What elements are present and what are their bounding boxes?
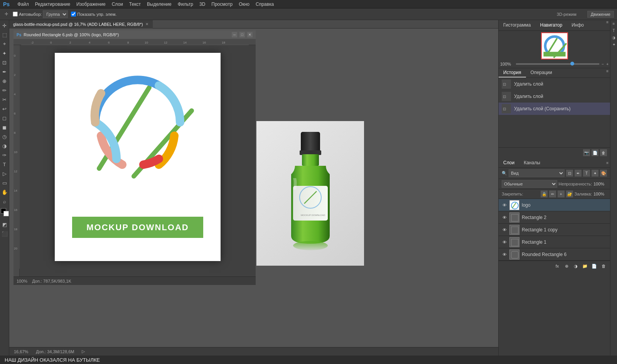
history-brush-tool[interactable]: ↩ bbox=[1, 105, 8, 113]
lock-position-btn[interactable]: + bbox=[558, 190, 565, 197]
history-menu-icon[interactable]: ≡ bbox=[606, 69, 609, 73]
layer-filter-btn-3[interactable]: T bbox=[583, 170, 590, 177]
layer-eye-rect1[interactable]: 👁 bbox=[502, 239, 507, 245]
mask-button[interactable]: ⊕ bbox=[563, 263, 570, 270]
path-select-tool[interactable]: ▷ bbox=[1, 170, 8, 177]
menu-file[interactable]: Файл bbox=[17, 2, 29, 7]
layer-eye-rect2[interactable]: 👁 bbox=[502, 215, 507, 220]
history-tab[interactable]: История bbox=[499, 68, 526, 78]
gradient-tool[interactable]: ◼ bbox=[1, 123, 8, 131]
background-color[interactable] bbox=[3, 211, 9, 216]
move-tool[interactable]: ✛ bbox=[1, 22, 8, 29]
history-new-doc-btn[interactable]: 📄 bbox=[592, 149, 598, 156]
svg-text:14: 14 bbox=[183, 41, 187, 44]
main-doc-close[interactable]: ✕ bbox=[145, 22, 148, 26]
layer-eye-rect1copy[interactable]: 👁 bbox=[502, 227, 507, 233]
text-tool[interactable]: T bbox=[1, 160, 8, 168]
layers-list: 👁 logo 👁 bbox=[499, 199, 610, 261]
menu-filter[interactable]: Фильтр bbox=[178, 2, 193, 7]
menu-3d[interactable]: 3D bbox=[199, 2, 205, 7]
auto-select-dropdown[interactable]: Группа bbox=[43, 10, 68, 18]
zoom-tool[interactable]: ⌕ bbox=[1, 197, 8, 205]
navigator-zoom-row: 100% − + bbox=[500, 62, 609, 66]
bottle-preview-area: MOCKUP DOWNLOAD bbox=[256, 121, 364, 266]
history-delete-btn[interactable]: 🗑 bbox=[600, 149, 607, 156]
eyedropper-tool[interactable]: ✒ bbox=[1, 68, 8, 76]
panel-icon-4[interactable]: ✦ bbox=[611, 42, 617, 48]
layer-filter-btn-1[interactable]: ⊡ bbox=[566, 170, 573, 177]
mockup-download-button[interactable]: MOCKUP DOWNLOAD bbox=[72, 217, 203, 238]
sub-win-minimize[interactable]: ─ bbox=[232, 32, 237, 37]
new-layer-button[interactable]: 📄 bbox=[591, 263, 598, 270]
blur-tool[interactable]: ◷ bbox=[1, 133, 8, 140]
zoom-slider-thumb[interactable] bbox=[570, 62, 574, 66]
menu-window[interactable]: Окно bbox=[239, 2, 249, 7]
zoom-slider[interactable] bbox=[516, 63, 599, 65]
main-doc-tab[interactable]: glass-bottle-mockup-psd.psd @ 16,7% (ADD… bbox=[9, 20, 153, 29]
history-thumb-0: ⊡ bbox=[502, 79, 511, 89]
clone-stamp-tool[interactable]: ✂ bbox=[1, 96, 8, 103]
delete-layer-button[interactable]: 🗑 bbox=[600, 263, 607, 270]
layer-eye-rounded6[interactable]: 👁 bbox=[502, 252, 507, 257]
svg-text:20: 20 bbox=[14, 247, 17, 250]
menu-help[interactable]: Справка bbox=[256, 2, 274, 7]
layers-menu-icon[interactable]: ≡ bbox=[606, 161, 609, 165]
crop-tool[interactable]: ⊡ bbox=[1, 59, 8, 66]
menu-image[interactable]: Изображение bbox=[76, 2, 106, 7]
dodge-tool[interactable]: ◑ bbox=[1, 142, 8, 150]
show-controls-checkbox[interactable] bbox=[71, 12, 76, 17]
pen-tool[interactable]: ✑ bbox=[1, 151, 8, 159]
layer-eye-logo[interactable]: 👁 bbox=[502, 202, 507, 208]
info-tab[interactable]: Инфо bbox=[567, 20, 588, 31]
channels-tab[interactable]: Каналы bbox=[519, 158, 545, 168]
layer-item-rect1[interactable]: 👁 Rectangle 1 bbox=[499, 236, 610, 248]
group-button[interactable]: 📁 bbox=[582, 263, 588, 270]
svg-text:14: 14 bbox=[14, 189, 17, 192]
panel-icon-2[interactable]: T bbox=[611, 29, 617, 34]
lock-transparent-btn[interactable]: 🔒 bbox=[541, 190, 548, 197]
menu-edit[interactable]: Редактирование bbox=[35, 2, 70, 7]
layer-filter-select[interactable]: Вид bbox=[509, 169, 565, 177]
blend-mode-select[interactable]: Обычные bbox=[502, 180, 557, 188]
magic-wand-tool[interactable]: ✦ bbox=[1, 49, 8, 57]
layer-filter-btn-4[interactable]: ✦ bbox=[592, 170, 598, 177]
layer-item-logo[interactable]: 👁 logo bbox=[499, 199, 610, 211]
auto-select-checkbox[interactable] bbox=[13, 12, 18, 17]
brush-tool[interactable]: ✏ bbox=[1, 86, 8, 94]
history-snapshot-btn[interactable]: 📷 bbox=[583, 149, 590, 156]
healing-tool[interactable]: ⊕ bbox=[1, 77, 8, 85]
shape-tool[interactable]: ▭ bbox=[1, 179, 8, 187]
sub-win-maximize[interactable]: □ bbox=[239, 32, 245, 37]
menu-select[interactable]: Выделение bbox=[147, 2, 172, 7]
eraser-tool[interactable]: ◻ bbox=[1, 114, 8, 122]
navigator-tab[interactable]: Навигатор bbox=[535, 20, 567, 31]
fx-button[interactable]: fx bbox=[554, 263, 561, 270]
menu-text[interactable]: Текст bbox=[129, 2, 141, 7]
lock-all-btn[interactable]: 🔐 bbox=[566, 190, 573, 197]
layers-tab[interactable]: Слои bbox=[499, 158, 519, 168]
layer-item-rect1copy[interactable]: 👁 Rectangle 1 copy bbox=[499, 224, 610, 236]
panel-menu-icon[interactable]: ≡ bbox=[606, 20, 609, 30]
history-item-0[interactable]: ⊡ Удалить слой bbox=[499, 78, 610, 90]
history-item-2[interactable]: ⊡ Удалить слой (Сохранить) bbox=[499, 103, 610, 115]
panel-icon-1[interactable]: ≡ bbox=[611, 22, 617, 27]
operations-tab[interactable]: Операции bbox=[526, 68, 557, 78]
histogram-tab[interactable]: Гистограмма bbox=[499, 20, 535, 31]
lock-image-btn[interactable]: ✏ bbox=[549, 190, 556, 197]
sub-win-close[interactable]: ✕ bbox=[247, 32, 253, 37]
lasso-tool[interactable]: ⌖ bbox=[1, 40, 8, 48]
canvas-workspace[interactable]: Ps Rounded Rectangle 6.psb @ 100% (logo,… bbox=[9, 29, 498, 347]
screen-mode-tool[interactable]: ⬛ bbox=[1, 230, 8, 238]
panel-icon-3[interactable]: ◑ bbox=[611, 35, 617, 41]
layer-item-rect2[interactable]: 👁 Rectangle 2 bbox=[499, 211, 610, 224]
mask-mode-tool[interactable]: ◩ bbox=[1, 221, 8, 228]
menu-view[interactable]: Просмотр bbox=[211, 2, 233, 7]
hand-tool[interactable]: ✋ bbox=[1, 188, 8, 196]
menu-layers[interactable]: Слои bbox=[112, 2, 123, 7]
select-rect-tool[interactable]: ⬚ bbox=[1, 31, 8, 39]
layer-filter-btn-2[interactable]: ✒ bbox=[575, 170, 582, 177]
adjustment-button[interactable]: ◑ bbox=[572, 263, 579, 270]
history-item-1[interactable]: ⊡ Удалить слой bbox=[499, 90, 610, 103]
layer-filter-btn-5[interactable]: 🎨 bbox=[600, 170, 607, 177]
layer-item-rounded6[interactable]: 👁 Rounded Rectangle 6 bbox=[499, 248, 610, 261]
